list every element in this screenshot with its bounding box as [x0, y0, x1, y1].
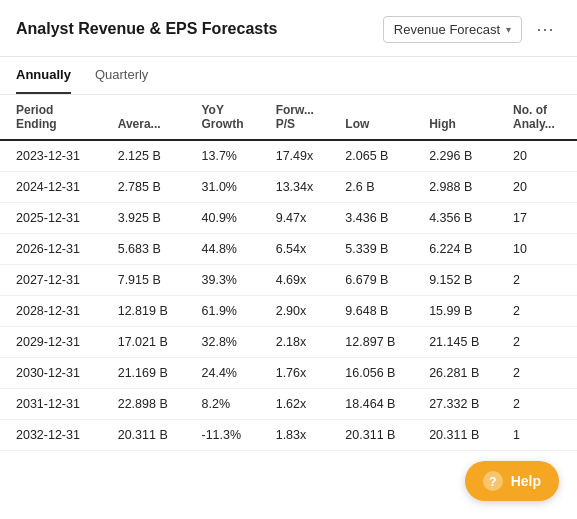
col-yoy: YoYGrowth — [192, 95, 266, 140]
help-icon: ? — [483, 471, 503, 491]
cell-average: 22.898 B — [108, 389, 192, 420]
tab-annually[interactable]: Annually — [16, 57, 71, 94]
cell-forwardPS: 4.69x — [266, 265, 336, 296]
cell-high: 26.281 B — [419, 358, 503, 389]
cell-analysts: 2 — [503, 265, 577, 296]
help-button[interactable]: ? Help — [465, 461, 559, 501]
cell-yoy: 61.9% — [192, 296, 266, 327]
ellipsis-icon: ⋯ — [536, 19, 555, 39]
cell-analysts: 17 — [503, 203, 577, 234]
cell-forwardPS: 9.47x — [266, 203, 336, 234]
cell-high: 27.332 B — [419, 389, 503, 420]
cell-high: 15.99 B — [419, 296, 503, 327]
cell-average: 12.819 B — [108, 296, 192, 327]
cell-low: 9.648 B — [335, 296, 419, 327]
table-row: 2023-12-312.125 B13.7%17.49x2.065 B2.296… — [0, 140, 577, 172]
cell-period: 2027-12-31 — [0, 265, 108, 296]
cell-yoy: 44.8% — [192, 234, 266, 265]
col-low: Low — [335, 95, 419, 140]
table-row: 2026-12-315.683 B44.8%6.54x5.339 B6.224 … — [0, 234, 577, 265]
cell-high: 2.296 B — [419, 140, 503, 172]
cell-low: 12.897 B — [335, 327, 419, 358]
cell-low: 5.339 B — [335, 234, 419, 265]
col-forward-ps: Forw...P/S — [266, 95, 336, 140]
cell-forwardPS: 1.76x — [266, 358, 336, 389]
col-analysts: No. ofAnaly... — [503, 95, 577, 140]
cell-period: 2026-12-31 — [0, 234, 108, 265]
cell-forwardPS: 2.18x — [266, 327, 336, 358]
cell-yoy: -11.3% — [192, 420, 266, 451]
col-high: High — [419, 95, 503, 140]
cell-period: 2024-12-31 — [0, 172, 108, 203]
cell-high: 20.311 B — [419, 420, 503, 451]
cell-yoy: 32.8% — [192, 327, 266, 358]
cell-yoy: 31.0% — [192, 172, 266, 203]
header-controls: Revenue Forecast ▾ ⋯ — [383, 14, 561, 44]
cell-analysts: 10 — [503, 234, 577, 265]
cell-average: 21.169 B — [108, 358, 192, 389]
cell-average: 2.785 B — [108, 172, 192, 203]
cell-average: 20.311 B — [108, 420, 192, 451]
cell-analysts: 2 — [503, 327, 577, 358]
cell-yoy: 40.9% — [192, 203, 266, 234]
table-body: 2023-12-312.125 B13.7%17.49x2.065 B2.296… — [0, 140, 577, 451]
col-average: Avera... — [108, 95, 192, 140]
help-label: Help — [511, 473, 541, 489]
cell-forwardPS: 1.62x — [266, 389, 336, 420]
cell-low: 18.464 B — [335, 389, 419, 420]
cell-high: 21.145 B — [419, 327, 503, 358]
cell-period: 2025-12-31 — [0, 203, 108, 234]
table-row: 2024-12-312.785 B31.0%13.34x2.6 B2.988 B… — [0, 172, 577, 203]
cell-yoy: 39.3% — [192, 265, 266, 296]
cell-period: 2023-12-31 — [0, 140, 108, 172]
table-row: 2027-12-317.915 B39.3%4.69x6.679 B9.152 … — [0, 265, 577, 296]
cell-low: 16.056 B — [335, 358, 419, 389]
table-header: PeriodEnding Avera... YoYGrowth Forw...P… — [0, 95, 577, 140]
cell-period: 2031-12-31 — [0, 389, 108, 420]
table-row: 2031-12-3122.898 B8.2%1.62x18.464 B27.33… — [0, 389, 577, 420]
cell-forwardPS: 1.83x — [266, 420, 336, 451]
cell-period: 2029-12-31 — [0, 327, 108, 358]
cell-analysts: 20 — [503, 172, 577, 203]
col-period: PeriodEnding — [0, 95, 108, 140]
cell-low: 6.679 B — [335, 265, 419, 296]
table-row: 2029-12-3117.021 B32.8%2.18x12.897 B21.1… — [0, 327, 577, 358]
cell-analysts: 20 — [503, 140, 577, 172]
cell-average: 5.683 B — [108, 234, 192, 265]
cell-high: 9.152 B — [419, 265, 503, 296]
cell-yoy: 13.7% — [192, 140, 266, 172]
table-row: 2030-12-3121.169 B24.4%1.76x16.056 B26.2… — [0, 358, 577, 389]
table-row: 2025-12-313.925 B40.9%9.47x3.436 B4.356 … — [0, 203, 577, 234]
cell-low: 3.436 B — [335, 203, 419, 234]
tab-quarterly[interactable]: Quarterly — [95, 57, 148, 94]
cell-forwardPS: 17.49x — [266, 140, 336, 172]
cell-low: 2.065 B — [335, 140, 419, 172]
cell-yoy: 8.2% — [192, 389, 266, 420]
cell-forwardPS: 6.54x — [266, 234, 336, 265]
cell-low: 20.311 B — [335, 420, 419, 451]
cell-analysts: 2 — [503, 358, 577, 389]
revenue-forecast-dropdown[interactable]: Revenue Forecast ▾ — [383, 16, 522, 43]
cell-period: 2032-12-31 — [0, 420, 108, 451]
cell-forwardPS: 2.90x — [266, 296, 336, 327]
cell-high: 4.356 B — [419, 203, 503, 234]
cell-low: 2.6 B — [335, 172, 419, 203]
cell-average: 17.021 B — [108, 327, 192, 358]
cell-analysts: 2 — [503, 389, 577, 420]
forecast-table: PeriodEnding Avera... YoYGrowth Forw...P… — [0, 95, 577, 451]
chevron-down-icon: ▾ — [506, 24, 511, 35]
cell-forwardPS: 13.34x — [266, 172, 336, 203]
cell-yoy: 24.4% — [192, 358, 266, 389]
cell-period: 2030-12-31 — [0, 358, 108, 389]
dropdown-label: Revenue Forecast — [394, 22, 500, 37]
table-row: 2028-12-3112.819 B61.9%2.90x9.648 B15.99… — [0, 296, 577, 327]
table-row: 2032-12-3120.311 B-11.3%1.83x20.311 B20.… — [0, 420, 577, 451]
cell-period: 2028-12-31 — [0, 296, 108, 327]
more-options-button[interactable]: ⋯ — [530, 14, 561, 44]
cell-average: 7.915 B — [108, 265, 192, 296]
tab-bar: Annually Quarterly — [0, 57, 577, 95]
cell-analysts: 1 — [503, 420, 577, 451]
cell-high: 6.224 B — [419, 234, 503, 265]
cell-analysts: 2 — [503, 296, 577, 327]
page-header: Analyst Revenue & EPS Forecasts Revenue … — [0, 0, 577, 57]
